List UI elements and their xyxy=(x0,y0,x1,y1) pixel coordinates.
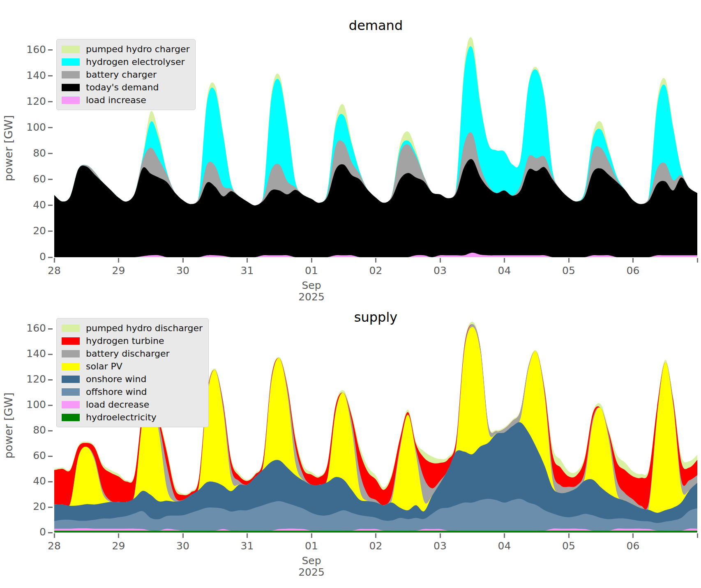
x-tick-mark xyxy=(182,533,184,538)
y-tick-mark xyxy=(48,257,53,258)
x-tick-mark xyxy=(247,533,248,538)
y-tick-label: 60 xyxy=(9,173,46,185)
x-tick-label: 05 xyxy=(544,540,593,552)
x-axis-sublabel: Sep xyxy=(287,279,336,291)
legend-item-pumped-hydro-charger: pumped hydro charger xyxy=(62,43,189,55)
x-axis-sublabel: 2025 xyxy=(287,566,336,578)
x-tick-mark xyxy=(440,258,441,263)
y-tick-label: 120 xyxy=(9,95,46,107)
y-tick-mark xyxy=(48,328,53,330)
y-tick-mark xyxy=(48,532,53,533)
y-tick-label: 140 xyxy=(9,69,46,81)
x-tick-label: 01 xyxy=(287,265,336,277)
legend-item-today-s-demand: today's demand xyxy=(62,81,189,94)
x-tick-label: 05 xyxy=(544,265,593,277)
legend-label: battery discharger xyxy=(86,348,170,359)
legend-label: battery charger xyxy=(86,69,157,80)
x-tick-mark xyxy=(568,533,570,538)
y-tick-label: 20 xyxy=(9,500,46,512)
y-tick-mark xyxy=(48,481,53,482)
y-axis-label-supply: power [GW] xyxy=(2,372,15,479)
y-tick-label: 80 xyxy=(9,424,46,436)
y-tick-mark xyxy=(48,231,53,232)
legend-item-pumped-hydro-discharger: pumped hydro discharger xyxy=(62,322,203,334)
y-tick-label: 160 xyxy=(9,44,46,55)
legend-swatch-hydroelectricity xyxy=(62,414,80,421)
legend-swatch-battery-discharger xyxy=(62,350,80,357)
y-tick-label: 40 xyxy=(9,475,46,487)
x-tick-label: 29 xyxy=(94,265,143,277)
legend-swatch-pumped-hydro-discharger xyxy=(62,325,80,332)
y-axis-label-demand: power [GW] xyxy=(2,95,15,202)
legend-label: offshore wind xyxy=(86,387,147,397)
y-tick-label: 120 xyxy=(9,373,46,385)
y-tick-mark xyxy=(48,127,53,128)
legend-label: pumped hydro charger xyxy=(86,44,189,54)
legend-swatch-offshore-wind xyxy=(62,388,80,396)
x-tick-label: 02 xyxy=(351,540,401,552)
area-hydroelectricity xyxy=(54,530,697,533)
x-tick-mark xyxy=(54,533,55,538)
x-tick-label: 31 xyxy=(223,540,272,552)
y-tick-mark xyxy=(48,456,53,457)
y-tick-label: 40 xyxy=(9,199,46,211)
x-tick-label: 01 xyxy=(287,540,336,552)
y-tick-mark xyxy=(48,75,53,76)
x-axis-sublabel: Sep xyxy=(287,555,336,567)
y-tick-label: 80 xyxy=(9,147,46,159)
legend-swatch-battery-charger xyxy=(62,71,80,78)
x-tick-label: 04 xyxy=(480,540,529,552)
legend-swatch-load-increase xyxy=(62,97,80,104)
legend-item-solar-pv: solar PV xyxy=(62,360,203,373)
demand-legend: pumped hydro chargerhydrogen electrolyse… xyxy=(56,39,196,110)
x-tick-mark xyxy=(54,258,55,263)
x-tick-label: 03 xyxy=(415,540,465,552)
legend-label: load decrease xyxy=(86,399,149,410)
x-tick-mark xyxy=(118,533,119,538)
x-tick-mark xyxy=(118,258,119,263)
y-tick-label: 0 xyxy=(9,251,46,263)
y-tick-label: 0 xyxy=(9,526,46,538)
x-tick-label: 30 xyxy=(158,265,208,277)
x-tick-mark xyxy=(504,533,505,538)
legend-swatch-load-decrease xyxy=(62,401,80,408)
legend-swatch-pumped-hydro-charger xyxy=(62,46,80,53)
legend-label: hydrogen electrolyser xyxy=(86,57,185,67)
y-tick-label: 160 xyxy=(9,322,46,334)
legend-item-hydrogen-electrolyser: hydrogen electrolyser xyxy=(62,55,189,68)
x-tick-mark xyxy=(375,533,376,538)
legend-label: hydroelectricity xyxy=(86,412,157,422)
y-tick-mark xyxy=(48,354,53,355)
x-axis-sublabel: 2025 xyxy=(287,291,336,303)
y-tick-mark xyxy=(48,205,53,206)
legend-item-battery-charger: battery charger xyxy=(62,68,189,81)
x-tick-mark xyxy=(440,533,441,538)
figure-canvas: demand power [GW] 0204060801001201401602… xyxy=(0,0,701,588)
legend-swatch-onshore-wind xyxy=(62,376,80,383)
legend-label: onshore wind xyxy=(86,374,146,384)
x-tick-label: 04 xyxy=(480,265,529,277)
legend-swatch-today-s-demand xyxy=(62,84,80,91)
x-tick-mark xyxy=(375,258,376,263)
y-tick-label: 140 xyxy=(9,348,46,360)
y-tick-label: 100 xyxy=(9,121,46,133)
x-tick-label: 28 xyxy=(30,540,79,552)
y-tick-mark xyxy=(48,49,53,51)
x-tick-mark xyxy=(311,258,312,263)
x-tick-label: 02 xyxy=(351,265,401,277)
x-tick-mark-end xyxy=(697,533,698,538)
area-today-s-demand xyxy=(54,159,697,257)
x-tick-mark xyxy=(504,258,505,263)
x-tick-label: 03 xyxy=(415,265,465,277)
legend-swatch-hydrogen-electrolyser xyxy=(62,58,80,66)
legend-swatch-hydrogen-turbine xyxy=(62,337,80,345)
legend-item-load-increase: load increase xyxy=(62,94,189,106)
y-tick-mark xyxy=(48,379,53,380)
legend-item-load-decrease: load decrease xyxy=(62,398,203,411)
x-tick-mark xyxy=(568,258,570,263)
y-tick-mark xyxy=(48,507,53,508)
y-tick-label: 60 xyxy=(9,450,46,461)
legend-label: solar PV xyxy=(86,361,122,371)
legend-swatch-solar-pv xyxy=(62,363,80,370)
y-tick-mark xyxy=(48,179,53,180)
